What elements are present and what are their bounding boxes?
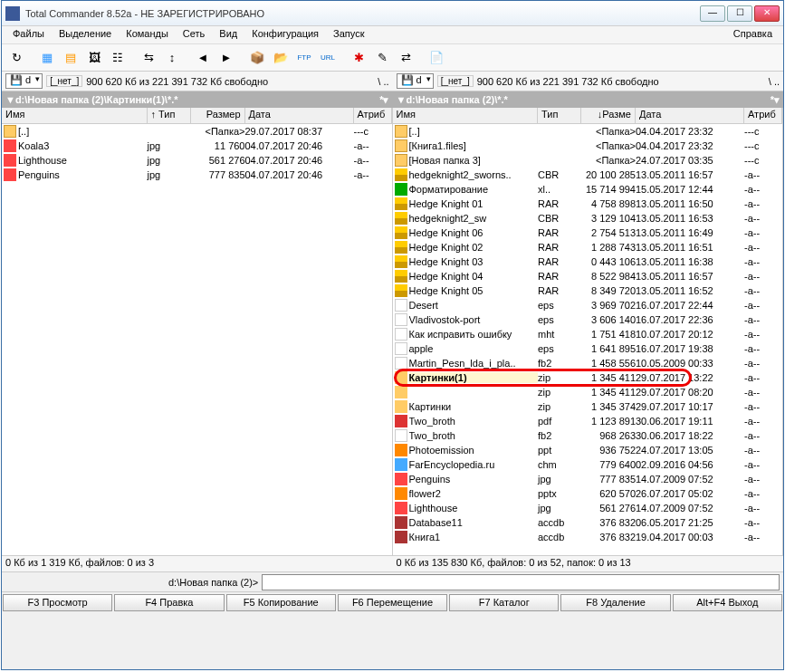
menu-selection[interactable]: Выделение: [52, 26, 119, 43]
file-name: Penguins: [18, 169, 148, 180]
col-size[interactable]: Размер: [191, 108, 245, 123]
file-row[interactable]: Database11accdb376 83206.05.2017 21:25-a…: [393, 515, 783, 530]
file-row[interactable]: [Книга1.files]<Папка>04.04.2017 23:32---…: [393, 139, 783, 153]
file-row[interactable]: Vladivostok-porteps3 606 14016.07.2017 2…: [393, 312, 783, 327]
file-row[interactable]: Форматированиеxl..15 714 99415.05.2017 1…: [393, 182, 783, 197]
left-file-list[interactable]: [..]<Папка>29.07.2017 08:37---cKoala3jpg…: [2, 124, 392, 555]
file-row[interactable]: Lighthousejpg561 27614.07.2009 07:52-a--: [393, 501, 783, 515]
right-path[interactable]: ▼d:\Новая папка (2)\*.**▾: [393, 91, 784, 108]
f8-delete[interactable]: F8 Удаление: [560, 594, 670, 611]
file-row[interactable]: Картинкиzip1 345 37429.07.2017 10:17-a--: [393, 399, 783, 414]
file-type: mht: [538, 329, 581, 340]
pack-icon[interactable]: 📦: [246, 47, 268, 69]
right-nav-root[interactable]: \ ..: [769, 76, 780, 87]
menu-files[interactable]: Файлы: [5, 26, 52, 43]
brief-view-icon[interactable]: ▦: [36, 47, 58, 69]
sync-icon[interactable]: ⇄: [395, 47, 416, 69]
file-row[interactable]: Hedge Knight 06RAR2 754 51313.05.2011 16…: [393, 226, 783, 240]
unpack-icon[interactable]: 📂: [270, 47, 292, 69]
left-nav-root[interactable]: \ ..: [378, 76, 388, 87]
minimize-button[interactable]: —: [700, 5, 725, 22]
file-row[interactable]: flower2pptx620 57026.07.2017 05:02-a--: [393, 486, 783, 501]
invert-sel-icon[interactable]: ⇆: [138, 47, 159, 69]
col-attr[interactable]: Атриб: [354, 108, 392, 123]
file-row[interactable]: Hedge Knight 04RAR8 522 98413.05.2011 16…: [393, 269, 783, 283]
file-date: 13.05.2011 16:50: [636, 198, 744, 209]
file-row[interactable]: hedgeknight2_swCBR3 129 10413.05.2011 16…: [393, 211, 783, 226]
file-row[interactable]: Hedge Knight 03RAR0 443 10613.05.2011 16…: [393, 254, 783, 269]
refresh-icon[interactable]: ↻: [5, 47, 27, 69]
f6-move[interactable]: F6 Перемещение: [338, 594, 447, 611]
app-icon: [5, 6, 20, 21]
full-view-icon[interactable]: ▤: [60, 47, 81, 69]
col-date[interactable]: Дата: [636, 108, 744, 123]
tree-view-icon[interactable]: ☷: [107, 47, 129, 69]
close-button[interactable]: ✕: [754, 5, 780, 22]
file-row[interactable]: Hedge Knight 01RAR4 758 89813.05.2011 16…: [393, 197, 783, 211]
col-attr[interactable]: Атриб: [744, 108, 782, 123]
file-name: Форматирование: [409, 184, 539, 195]
menu-net[interactable]: Сеть: [176, 26, 212, 43]
forward-icon[interactable]: ►: [215, 47, 237, 69]
file-row[interactable]: Hedge Knight 05RAR8 349 72013.05.2011 16…: [393, 283, 783, 298]
notepad-icon[interactable]: 📄: [426, 47, 447, 69]
file-type: jpg: [148, 140, 191, 151]
right-file-list[interactable]: [..]<Папка>04.04.2017 23:32---c[Книга1.f…: [393, 124, 783, 555]
back-icon[interactable]: ◄: [192, 47, 214, 69]
file-row[interactable]: [Новая папка 3]<Папка>24.07.2017 03:35--…: [393, 153, 783, 168]
maximize-button[interactable]: ☐: [727, 5, 752, 22]
col-date[interactable]: Дата: [245, 108, 354, 123]
thumb-view-icon[interactable]: 🖼: [83, 47, 105, 69]
altf4-exit[interactable]: Alt+F4 Выход: [673, 594, 782, 611]
file-row[interactable]: Two_brothpdf1 123 89130.06.2017 19:11-a-…: [393, 414, 783, 428]
file-row[interactable]: [..]<Папка>04.04.2017 23:32---c: [393, 124, 783, 139]
url-icon[interactable]: URL: [317, 47, 339, 69]
file-row[interactable]: Two_brothfb2968 26330.06.2017 18:22-a--: [393, 428, 783, 443]
file-row[interactable]: Martin_Pesn_lda_i_pla..fb21 458 55610.05…: [393, 356, 783, 370]
menu-view[interactable]: Вид: [212, 26, 244, 43]
ftp-icon[interactable]: FTP: [293, 47, 315, 69]
file-row[interactable]: Lighthousejpg561 27604.07.2017 20:46-a--: [2, 153, 392, 168]
col-name[interactable]: Имя: [393, 108, 539, 123]
menu-help[interactable]: Справка: [726, 26, 780, 43]
command-input[interactable]: [262, 574, 780, 590]
left-path[interactable]: ▼d:\Новая папка (2)\Картинки(1)\*.**▾: [2, 91, 393, 108]
file-attr: -a--: [744, 430, 782, 441]
sort-icon[interactable]: ↕: [161, 47, 183, 69]
file-row[interactable]: Penguinsjpg777 83514.07.2009 07:52-a--: [393, 472, 783, 486]
file-row[interactable]: Penguinsjpg777 83504.07.2017 20:46-a--: [2, 168, 392, 182]
file-row[interactable]: hedgeknight2_sworns..CBR20 100 28513.05.…: [393, 168, 783, 182]
search-icon[interactable]: ✱: [348, 47, 369, 69]
file-date: 13.05.2011 16:52: [636, 285, 744, 296]
file-row[interactable]: Deserteps3 969 70216.07.2017 22:44-a--: [393, 298, 783, 312]
right-drive-select[interactable]: 💾 d: [397, 73, 434, 89]
menu-commands[interactable]: Команды: [119, 26, 176, 43]
file-row[interactable]: Картинки(1)zip1 345 41129.07.2017 13:22-…: [393, 370, 783, 385]
file-row[interactable]: Hedge Knight 02RAR1 288 74313.05.2011 16…: [393, 240, 783, 254]
f4-edit[interactable]: F4 Правка: [114, 594, 224, 611]
file-row[interactable]: FarEncyclopedia.ruchm779 64002.09.2016 0…: [393, 457, 783, 472]
file-date: 24.07.2017 13:05: [636, 445, 744, 456]
col-type[interactable]: ↑ Тип: [148, 108, 191, 123]
f7-mkdir[interactable]: F7 Каталог: [449, 594, 559, 611]
file-name: Two_broth: [409, 416, 539, 427]
file-type: fb2: [538, 358, 581, 369]
col-type[interactable]: Тип: [538, 108, 581, 123]
file-row[interactable]: [..]<Папка>29.07.2017 08:37---c: [2, 124, 392, 139]
menu-start[interactable]: Запуск: [326, 26, 371, 43]
file-row[interactable]: Koala3jpg11 76004.07.2017 20:46-a--: [2, 139, 392, 153]
f5-copy[interactable]: F5 Копирование: [226, 594, 336, 611]
file-row[interactable]: Как исправить ошибкуmht1 751 41810.07.20…: [393, 327, 783, 341]
file-size: 20 100 285: [581, 169, 636, 180]
menu-config[interactable]: Конфигурация: [244, 26, 326, 43]
file-row[interactable]: Photoemissionppt936 75224.07.2017 13:05-…: [393, 443, 783, 457]
f3-view[interactable]: F3 Просмотр: [3, 594, 112, 611]
file-row[interactable]: zip1 345 41129.07.2017 08:20-a--: [393, 385, 783, 399]
file-row[interactable]: Книга1accdb376 83219.04.2017 00:03-a--: [393, 530, 783, 544]
left-drive-select[interactable]: 💾 d: [5, 73, 43, 89]
multi-rename-icon[interactable]: ✎: [371, 47, 393, 69]
col-size[interactable]: ↓Разме: [581, 108, 636, 123]
file-date: 29.07.2017 10:17: [636, 401, 744, 412]
file-row[interactable]: appleeps1 641 89516.07.2017 19:38-a--: [393, 341, 783, 356]
col-name[interactable]: Имя: [2, 108, 148, 123]
